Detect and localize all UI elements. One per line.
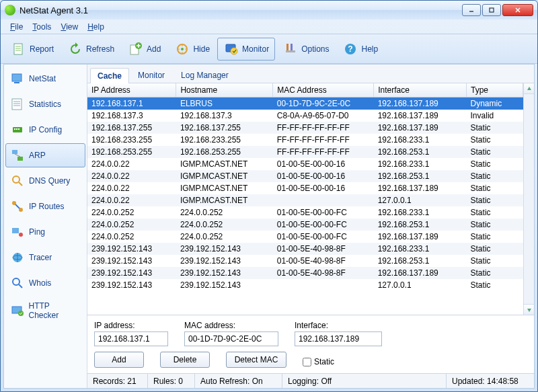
table-row[interactable]: 192.168.253.255192.168.253.255FF-FF-FF-F… <box>87 146 523 158</box>
static-checkbox-wrap[interactable]: Static <box>303 357 334 366</box>
col-mac[interactable]: MAC Address <box>273 83 374 97</box>
col-ip[interactable]: IP Address <box>87 83 176 97</box>
svg-rect-21 <box>291 44 293 50</box>
sidebar-item-ping[interactable]: Ping <box>5 220 85 244</box>
table-row[interactable]: 192.168.137.1ELBRUS00-1D-7D-9C-2E-0C192.… <box>87 97 523 110</box>
table-cell: 01-00-5E-00-00-16 <box>273 170 374 182</box>
table-cell: 192.168.137.189 <box>374 110 467 122</box>
table-cell: Static <box>467 231 523 243</box>
interface-input[interactable] <box>295 331 382 346</box>
monitor-button[interactable]: Monitor <box>217 38 275 61</box>
table-cell: 192.168.253.1 <box>374 146 467 158</box>
table-row[interactable]: 239.192.152.143239.192.152.14301-00-5E-4… <box>87 267 523 279</box>
table-cell: 239.192.152.143 <box>87 267 176 279</box>
add-button[interactable]: Add <box>94 352 144 368</box>
svg-rect-20 <box>286 44 289 50</box>
menu-help[interactable]: Help <box>83 21 108 33</box>
table-row[interactable]: 224.0.0.22IGMP.MCAST.NET01-00-5E-00-00-1… <box>87 182 523 194</box>
tab-cache[interactable]: Cache <box>90 68 129 83</box>
refresh-button[interactable]: Refresh <box>61 38 120 61</box>
svg-line-39 <box>19 182 22 186</box>
sidebar-item-httpchecker[interactable]: HTTP Checker <box>5 297 85 325</box>
sidebar-item-ipconfig[interactable]: IP Config <box>5 118 85 142</box>
minimize-button[interactable] <box>462 4 481 16</box>
table-cell: Static <box>467 279 523 291</box>
status-bar: Records: 21 Rules: 0 Auto Refresh: On Lo… <box>87 373 534 388</box>
ip-input[interactable] <box>94 331 168 346</box>
sidebar-item-tracer[interactable]: Tracer <box>5 245 85 270</box>
static-label: Static <box>314 357 334 366</box>
col-type[interactable]: Type <box>467 83 523 97</box>
sidebar-label: NetStat <box>29 74 56 83</box>
svg-point-19 <box>231 48 237 54</box>
table-row[interactable]: 239.192.152.143239.192.152.143127.0.0.1S… <box>87 279 523 291</box>
tab-log-manager[interactable]: Log Manager <box>174 67 236 83</box>
col-interface[interactable]: Interface <box>374 83 467 97</box>
sidebar-item-statistics[interactable]: Statistics <box>5 92 85 116</box>
table-cell: 224.0.0.22 <box>87 182 176 194</box>
sidebar-item-whois[interactable]: Whois <box>5 271 85 295</box>
sidebar-item-dnsquery[interactable]: DNS Query <box>5 169 85 193</box>
svg-rect-34 <box>18 128 20 130</box>
scroll-down-icon[interactable] <box>524 304 534 315</box>
table-row[interactable]: 192.168.137.255192.168.137.255FF-FF-FF-F… <box>87 122 523 134</box>
table-cell: Dynamic <box>467 97 523 110</box>
table-cell: 239.192.152.143 <box>176 267 273 279</box>
options-button[interactable]: Options <box>276 38 335 61</box>
table-row[interactable]: 224.0.0.252224.0.0.25201-00-5E-00-00-FC1… <box>87 231 523 243</box>
sidebar-item-iproutes[interactable]: IP Routes <box>5 194 85 219</box>
scroll-up-icon[interactable] <box>524 83 534 94</box>
menu-view[interactable]: View <box>56 21 82 33</box>
table-row[interactable]: 239.192.152.143239.192.152.14301-00-5E-4… <box>87 243 523 255</box>
table-cell: 224.0.0.22 <box>87 158 176 170</box>
arp-table[interactable]: IP Address Hostname MAC Address Interfac… <box>87 83 523 315</box>
ping-icon <box>10 225 25 239</box>
table-row[interactable]: 224.0.0.252224.0.0.25201-00-5E-00-00-FC1… <box>87 219 523 231</box>
table-cell: 192.168.137.189 <box>374 182 467 194</box>
whois-icon <box>10 276 25 290</box>
table-cell: 00-1D-7D-9C-2E-0C <box>273 97 374 110</box>
add-button-toolbar[interactable]: Add <box>122 38 167 61</box>
help-button[interactable]: ?Help <box>336 38 384 61</box>
options-icon <box>282 41 299 57</box>
maximize-button[interactable] <box>482 4 501 16</box>
svg-point-13 <box>181 48 184 50</box>
sidebar-label: Tracer <box>29 253 52 262</box>
table-cell: ELBRUS <box>176 97 273 110</box>
table-cell: IGMP.MCAST.NET <box>176 170 273 182</box>
table-cell: 01-00-5E-00-00-16 <box>273 182 374 194</box>
menu-tools[interactable]: Tools <box>28 21 55 33</box>
table-row[interactable]: 224.0.0.252224.0.0.25201-00-5E-00-00-FC1… <box>87 206 523 219</box>
close-button[interactable] <box>502 4 533 16</box>
table-row[interactable]: 192.168.233.255192.168.233.255FF-FF-FF-F… <box>87 134 523 146</box>
detect-mac-button[interactable]: Detect MAC <box>226 352 286 368</box>
hide-button[interactable]: Hide <box>168 38 216 61</box>
report-icon <box>11 41 27 57</box>
table-cell: 192.168.233.1 <box>374 134 467 146</box>
menu-file[interactable]: File <box>6 21 27 33</box>
report-button[interactable]: Report <box>5 38 60 61</box>
table-row[interactable]: 224.0.0.22IGMP.MCAST.NET127.0.0.1Static <box>87 194 523 206</box>
vertical-scrollbar[interactable] <box>523 83 534 315</box>
mac-input[interactable] <box>184 331 278 346</box>
table-row[interactable]: 224.0.0.22IGMP.MCAST.NET01-00-5E-00-00-1… <box>87 158 523 170</box>
col-hostname[interactable]: Hostname <box>176 83 273 97</box>
sidebar-item-arp[interactable]: ARP <box>5 143 85 167</box>
sidebar-label: HTTP Checker <box>29 301 81 320</box>
status-updated: Updated: 14:48:58 <box>447 374 534 388</box>
ip-label: IP address: <box>94 321 168 330</box>
table-cell: 192.168.137.3 <box>87 110 176 122</box>
mac-label: MAC address: <box>184 321 278 330</box>
table-cell: Static <box>467 206 523 219</box>
static-checkbox[interactable] <box>303 358 311 366</box>
table-row[interactable]: 239.192.152.143239.192.152.14301-00-5E-4… <box>87 255 523 267</box>
delete-button[interactable]: Delete <box>160 352 210 368</box>
table-row[interactable]: 224.0.0.22IGMP.MCAST.NET01-00-5E-00-00-1… <box>87 170 523 182</box>
table-cell: Static <box>467 194 523 206</box>
tab-monitor[interactable]: Monitor <box>130 67 172 83</box>
netstat-icon <box>10 71 25 86</box>
table-row[interactable]: 192.168.137.3192.168.137.3C8-0A-A9-65-07… <box>87 110 523 122</box>
dnsquery-icon <box>10 173 25 188</box>
sidebar-item-netstat[interactable]: NetStat <box>5 67 85 91</box>
table-cell: Static <box>467 122 523 134</box>
